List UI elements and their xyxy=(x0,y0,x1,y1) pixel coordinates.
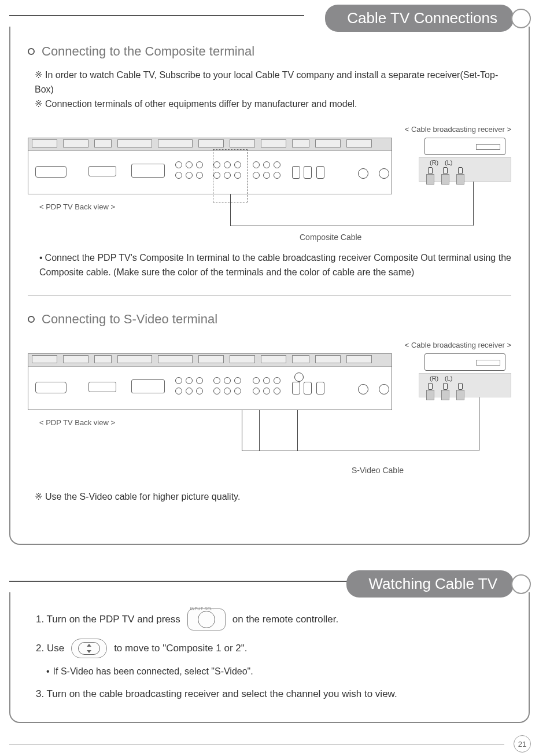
step-text: to move to "Composite 1 or 2". xyxy=(114,640,247,657)
section-divider xyxy=(28,295,511,296)
backpanel-caption: < PDP TV Back view > xyxy=(39,202,115,211)
receiver-label: < Cable broadcasting receiver > xyxy=(405,341,511,349)
port-dsub xyxy=(35,382,67,393)
section-heading-svideo: Connecting to S-Video terminal xyxy=(28,312,511,327)
pdp-back-panel xyxy=(28,138,392,194)
plug-icon xyxy=(441,383,449,400)
pdp-back-panel xyxy=(28,353,392,410)
note-text: In order to watch Cable TV, Subscribe to… xyxy=(35,70,498,94)
cable-label: Composite Cable xyxy=(300,233,361,242)
plug-icon xyxy=(441,167,449,185)
nav-updown-button-icon xyxy=(71,639,107,658)
step-text: on the remote controller. xyxy=(232,611,338,628)
note-line: ※Connection terminals of other equipment… xyxy=(35,97,511,112)
panel-connections: Connecting to the Composite terminal ※In… xyxy=(9,27,530,545)
cable-label: S-Video Cable xyxy=(352,466,404,475)
step-2-note: •If S-Video has been connected, select "… xyxy=(46,666,511,677)
panel-watching: 1. Turn on the PDP TV and press INPUT SE… xyxy=(9,592,530,723)
receiver-label: < Cable broadcasting receiver > xyxy=(405,125,511,134)
step-text: 1. Turn on the PDP TV and press xyxy=(36,611,180,628)
port-group-composite xyxy=(253,161,282,180)
step-1: 1. Turn on the PDP TV and press INPUT SE… xyxy=(36,609,511,630)
port-vga xyxy=(131,379,165,393)
note-line: ※Use the S-Video cable for higher pictur… xyxy=(35,490,511,504)
note-glyph-icon: ※ xyxy=(35,99,42,109)
step-text: 3. Turn on the cable broadcasting receiv… xyxy=(36,686,397,703)
input-select-button-icon: INPUT SEL. xyxy=(187,609,226,630)
header-circle-icon xyxy=(511,9,531,28)
page-number: 21 xyxy=(514,735,531,753)
body-note: •Connect the PDP TV's Composite In termi… xyxy=(39,251,511,280)
backpanel-caption: < PDP TV Back view > xyxy=(39,418,115,427)
receiver-box xyxy=(424,138,505,155)
receiver-r-label: (R) xyxy=(430,375,438,382)
footer-rule xyxy=(9,744,504,744)
input-select-label: INPUT SEL. xyxy=(190,606,214,613)
section-heading-composite: Connecting to the Composite terminal xyxy=(28,44,511,59)
plug-icon xyxy=(426,167,434,185)
receiver-box xyxy=(424,353,505,371)
plug-icon xyxy=(426,383,434,400)
bullet-icon xyxy=(28,316,35,323)
header-circle-icon xyxy=(511,574,531,594)
port-dsub xyxy=(35,166,67,178)
receiver-strip: (R) (L) xyxy=(419,373,511,397)
top-rule xyxy=(9,581,354,582)
receiver-r-label: (R) xyxy=(430,159,438,166)
port-vga xyxy=(131,164,165,178)
body-note-text: Connect the PDP TV's Composite In termin… xyxy=(39,253,511,277)
note-glyph-icon: ※ xyxy=(35,70,42,80)
note-line: ※In order to watch Cable TV, Subscribe t… xyxy=(35,68,511,97)
dot-icon: • xyxy=(46,666,50,676)
diagram-composite: < Cable broadcasting receiver > xyxy=(28,125,511,241)
receiver-l-label: (L) xyxy=(445,375,452,382)
port-hdmi xyxy=(88,382,116,392)
step-text: If S-Video has been connected, select "S… xyxy=(53,666,253,676)
plug-icon xyxy=(456,383,464,400)
top-rule xyxy=(9,15,304,16)
diagram-svideo: < Cable broadcasting receiver > xyxy=(28,341,511,480)
port-group xyxy=(175,161,204,180)
receiver-strip: (R) (L) xyxy=(419,157,511,182)
bullet-icon xyxy=(28,48,35,55)
port-svideo xyxy=(294,373,304,382)
receiver-l-label: (L) xyxy=(445,159,452,166)
step-text: 2. Use xyxy=(36,640,64,657)
note-text: Use the S-Video cable for higher picture… xyxy=(45,492,240,501)
note-text: Connection terminals of other equipments… xyxy=(45,99,357,109)
note-glyph-icon: ※ xyxy=(35,492,42,501)
plug-icon xyxy=(456,167,464,185)
dot-icon: • xyxy=(39,253,43,263)
step-2: 2. Use to move to "Composite 1 or 2". xyxy=(36,639,511,658)
step-3: 3. Turn on the cable broadcasting receiv… xyxy=(36,686,511,703)
section-title: Connecting to S-Video terminal xyxy=(42,312,217,327)
section-title: Connecting to the Composite terminal xyxy=(42,44,254,59)
port-hdmi xyxy=(88,166,116,176)
